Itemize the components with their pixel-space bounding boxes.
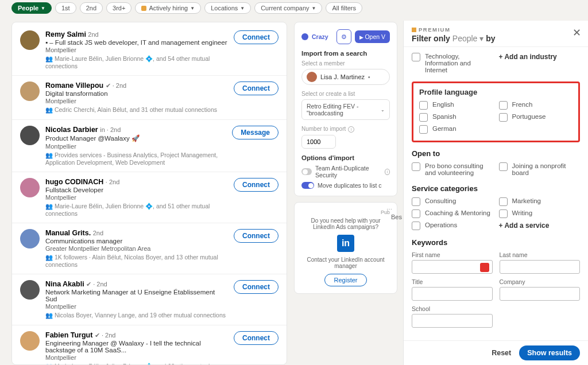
result-name[interactable]: Fabien Turgut ✔ · 2nd: [45, 331, 228, 339]
result-mutual: 👥 1K followers · Alain Bélut, Nicolas Bo…: [45, 254, 228, 268]
first-name-label: First name: [412, 251, 493, 258]
more-icon[interactable]: ⋯: [386, 206, 392, 212]
register-button[interactable]: Register: [324, 274, 368, 286]
lang-checkbox-german[interactable]: [419, 125, 428, 134]
ad-card: Pub ⋯ Do you need help with your LinkedI…: [294, 202, 397, 294]
results-list: Remy Salmi 2nd▪ – Full stack JS web deve…: [11, 22, 287, 365]
result-row: Romane Villepou ✔ · 2ndDigital transform…: [12, 76, 287, 120]
svc-checkbox-marketing[interactable]: [499, 197, 508, 206]
move-dup-toggle[interactable]: [301, 182, 314, 189]
avatar[interactable]: [20, 178, 40, 197]
hiring-icon: [141, 6, 146, 11]
avatar[interactable]: [20, 229, 40, 248]
lang-checkbox-french[interactable]: [499, 101, 508, 110]
pill-1st[interactable]: 1st: [55, 2, 76, 14]
lang-checkbox-portuguese[interactable]: [499, 113, 508, 122]
show-results-button[interactable]: Show results: [519, 345, 580, 360]
profile-language-highlight: Profile language English French Spanish …: [412, 81, 580, 142]
avatar[interactable]: [20, 126, 40, 145]
select-list-label: Select or create a list: [301, 91, 390, 97]
result-location: Montpellier: [45, 46, 228, 53]
connect-button[interactable]: Connect: [234, 81, 278, 95]
result-row: Fabien Turgut ✔ · 2ndEngineering Manager…: [12, 325, 287, 365]
open-to-checkbox-nonprofit[interactable]: [499, 162, 508, 171]
result-name[interactable]: Remy Salmi 2nd: [45, 30, 228, 38]
chevron-down-icon: ⌄: [381, 107, 385, 112]
filter-panel: PREMIUM Filter only People ▾ by ✕ Techno…: [403, 21, 588, 365]
add-service-link[interactable]: Add a service: [499, 222, 581, 230]
info-icon[interactable]: i: [348, 126, 354, 133]
connect-button[interactable]: Connect: [234, 280, 278, 294]
open-button[interactable]: ▶ Open V: [355, 30, 390, 43]
filter-bar: People ▼ 1st 2nd 3rd+ Actively hiring ▼ …: [11, 2, 362, 14]
result-row: Remy Salmi 2nd▪ – Full stack JS web deve…: [12, 25, 287, 76]
result-mutual: 👥 Marie-Laure Bélin, Julien Brionne 💠, a…: [45, 203, 228, 217]
svc-checkbox-writing[interactable]: [499, 209, 508, 218]
connect-button[interactable]: Connect: [234, 178, 278, 192]
industry-checkbox[interactable]: [412, 53, 420, 61]
result-name[interactable]: Nina Akabli ✔ · 2nd: [45, 280, 228, 288]
result-name[interactable]: Nicolas Darbier in · 2nd: [45, 126, 226, 134]
svc-checkbox-coaching[interactable]: [412, 209, 420, 218]
message-button[interactable]: Message: [232, 126, 278, 139]
company-input[interactable]: [500, 287, 581, 301]
open-to-checkbox-probono[interactable]: [412, 162, 420, 171]
number-input[interactable]: [301, 135, 336, 149]
result-name[interactable]: hugo CODINACH · 2nd: [45, 178, 228, 186]
pill-people[interactable]: People ▼: [11, 2, 52, 14]
select-member-label: Select a member: [301, 60, 390, 67]
pill-current-company[interactable]: Current company ▼: [254, 2, 322, 14]
school-input[interactable]: [412, 314, 493, 328]
pill-actively-hiring[interactable]: Actively hiring ▼: [135, 2, 201, 14]
result-title: Engineering Manager @ Waalaxy - I tell t…: [45, 340, 228, 354]
title-input[interactable]: [412, 287, 493, 301]
pill-all-filters[interactable]: All filters: [326, 2, 362, 14]
pill-2nd[interactable]: 2nd: [80, 2, 103, 14]
status-dot-icon: [301, 33, 308, 40]
result-mutual: 👥 Marie-Laure Bélin, Julien Brionne 💠, a…: [45, 55, 228, 69]
member-selector[interactable]: Lisa J. Martinez ▪: [301, 69, 390, 85]
avatar[interactable]: [20, 81, 40, 101]
svc-checkbox-operations[interactable]: [412, 222, 420, 230]
import-card: Crazy ⚙ ▶ Open V Import from a search Se…: [294, 22, 397, 196]
result-title: Communications manager: [45, 238, 228, 244]
avatar[interactable]: [20, 30, 40, 50]
title-label: Title: [412, 278, 493, 285]
anti-dup-toggle[interactable]: [301, 168, 312, 175]
gear-icon[interactable]: ⚙: [336, 29, 351, 44]
result-title: Network Marketing Manager at U Enseigne …: [45, 289, 228, 302]
result-name[interactable]: Manual Grits. 2nd: [45, 229, 228, 237]
pill-locations[interactable]: Locations ▼: [204, 2, 251, 14]
result-mutual: 👥 Provides services - Business Analytics…: [45, 152, 226, 166]
member-name: Lisa J. Martinez: [320, 73, 365, 80]
reset-button[interactable]: Reset: [492, 349, 511, 357]
lang-checkbox-english[interactable]: [419, 101, 428, 110]
lang-checkbox-spanish[interactable]: [419, 113, 428, 122]
linkedin-icon: in: [337, 235, 354, 252]
list-selector[interactable]: Retro Editing FEV - "broadcasting ⌄: [301, 99, 390, 120]
profile-language-heading: Profile language: [419, 88, 572, 96]
info-icon[interactable]: i: [385, 169, 390, 175]
pill-3rd[interactable]: 3rd+: [106, 2, 131, 14]
connect-button[interactable]: Connect: [234, 30, 278, 44]
avatar[interactable]: [20, 331, 40, 351]
result-title: Fullstack Developer: [45, 187, 228, 193]
avatar[interactable]: [20, 280, 40, 300]
result-name[interactable]: Romane Villepou ✔ · 2nd: [45, 81, 228, 90]
last-name-input[interactable]: [500, 260, 581, 274]
premium-badge: PREMIUM: [412, 26, 580, 33]
industry-label: Technology, Information and Internet: [425, 53, 493, 73]
close-icon[interactable]: ✕: [572, 26, 581, 39]
result-location: Montpellier: [45, 354, 228, 361]
last-name-label: Last name: [500, 251, 581, 258]
anti-dup-label: Team Anti-Duplicate Security: [315, 165, 378, 178]
first-name-input[interactable]: [412, 260, 493, 274]
add-industry-link[interactable]: Add an industry: [499, 53, 581, 73]
service-categories-heading: Service categories: [412, 184, 580, 193]
result-title: Digital transformation: [45, 90, 228, 97]
connect-button[interactable]: Connect: [234, 229, 278, 243]
result-location: Greater Montpellier Metropolitan Area: [45, 245, 228, 252]
svc-checkbox-consulting[interactable]: [412, 197, 420, 206]
result-title: Product Manager @Waalaxy 🚀: [45, 134, 226, 142]
connect-button[interactable]: Connect: [234, 331, 278, 345]
